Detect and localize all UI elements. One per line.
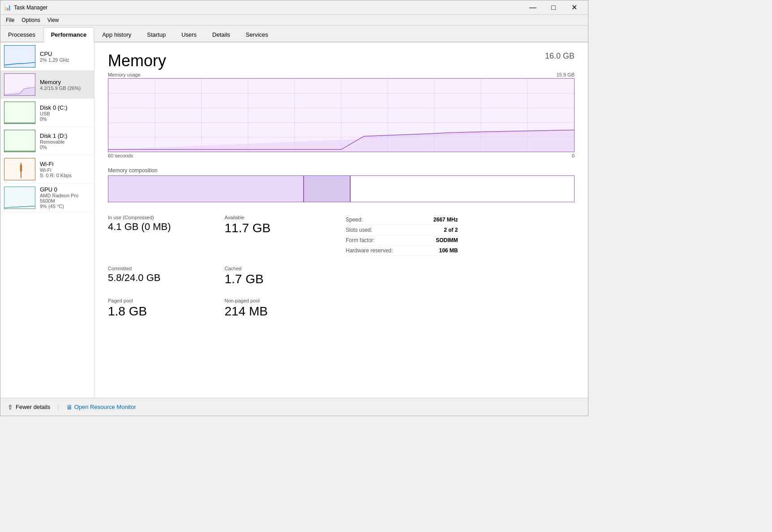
- cpu-thumbnail: [4, 45, 35, 68]
- available-label: Available: [225, 215, 342, 220]
- maximize-button[interactable]: □: [543, 0, 564, 15]
- disk1-sub1: Removable: [40, 139, 90, 145]
- slots-row: Slots used: 2 of 2: [346, 225, 458, 235]
- main-total: 16.0 GB: [545, 51, 575, 61]
- form-row: Form factor: SODIMM: [346, 235, 458, 246]
- chart-usage-label: Memory usage: [108, 72, 141, 77]
- stat-paged-pool: Paged pool 1.8 GB: [108, 294, 225, 322]
- svg-rect-3: [4, 130, 35, 152]
- composition-bar: [108, 175, 575, 202]
- cached-label: Cached: [225, 266, 342, 271]
- main-panel: Memory 16.0 GB Memory usage 15.9 GB: [94, 43, 588, 398]
- svg-rect-2: [4, 102, 35, 124]
- menu-options[interactable]: Options: [18, 16, 43, 24]
- tab-services[interactable]: Services: [238, 27, 276, 42]
- open-monitor-label: Open Resource Monitor: [74, 404, 136, 410]
- nonpaged-value: 214 MB: [225, 304, 342, 319]
- disk0-sub1: USB: [40, 111, 90, 116]
- tab-app-history[interactable]: App history: [94, 27, 139, 42]
- svg-rect-7: [4, 187, 35, 209]
- sidebar-item-disk1[interactable]: Disk 1 (D:) Removable 0%: [0, 127, 94, 155]
- stats-grid: In use (Compressed) 4.1 GB (0 MB) Availa…: [108, 211, 575, 260]
- disk1-name: Disk 1 (D:): [40, 132, 90, 139]
- fewer-details-button[interactable]: ⇧ Fewer details: [8, 404, 50, 411]
- cached-value: 1.7 GB: [225, 272, 342, 286]
- title-bar: 📊 Task Manager — □ ✕: [0, 0, 588, 15]
- tab-performance[interactable]: Performance: [43, 27, 94, 43]
- stat-speed: Speed: 2667 MHz Slots used: 2 of 2 Form …: [341, 211, 458, 260]
- committed-value: 5.8/24.0 GB: [108, 272, 225, 284]
- monitor-icon: 🖥: [66, 404, 73, 411]
- menu-bar: File Options View: [0, 15, 588, 26]
- sidebar-item-memory[interactable]: Memory 4.2/15.9 GB (26%): [0, 71, 94, 99]
- memory-sub: 4.2/15.9 GB (26%): [40, 85, 90, 91]
- disk0-info: Disk 0 (C:) USB 0%: [40, 104, 90, 122]
- paged-label: Paged pool: [108, 298, 225, 303]
- wifi-sub1: Wi-Fi: [40, 167, 90, 173]
- composition-label: Memory composition: [108, 167, 575, 174]
- menu-file[interactable]: File: [2, 16, 18, 24]
- cpu-info: CPU 2% 1.29 GHz: [40, 51, 90, 63]
- tab-processes[interactable]: Processes: [0, 27, 43, 42]
- menu-view[interactable]: View: [44, 16, 63, 24]
- sidebar-item-disk0[interactable]: Disk 0 (C:) USB 0%: [0, 99, 94, 127]
- tab-bar: Processes Performance App history Startu…: [0, 26, 588, 43]
- cpu-name: CPU: [40, 51, 90, 57]
- gpu-name: GPU 0: [40, 186, 90, 193]
- pool-row: Paged pool 1.8 GB Non-paged pool 214 MB: [108, 294, 575, 322]
- sidebar-item-wifi[interactable]: Wi-Fi Wi-Fi S: 0 R: 0 Kbps: [0, 155, 94, 183]
- memory-thumbnail: [4, 73, 35, 96]
- main-header: Memory 16.0 GB: [108, 51, 575, 70]
- form-label: Form factor:: [346, 237, 375, 243]
- speed-value: 2667 MHz: [433, 217, 458, 223]
- stat-committed: Committed 5.8/24.0 GB: [108, 262, 225, 290]
- close-button[interactable]: ✕: [564, 0, 584, 15]
- stat-in-use: In use (Compressed) 4.1 GB (0 MB): [108, 211, 225, 260]
- memory-composition-section: Memory composition: [108, 167, 575, 202]
- chart-label-row: Memory usage 15.9 GB: [108, 72, 575, 77]
- minimize-button[interactable]: —: [523, 0, 543, 15]
- in-use-label: In use (Compressed): [108, 215, 225, 220]
- gpu-info: GPU 0 AMD Radeon Pro 5600M 9% (45 °C): [40, 186, 90, 209]
- main-title: Memory: [108, 51, 166, 70]
- comp-segment-in-use: [108, 176, 304, 202]
- open-resource-monitor-button[interactable]: 🖥 Open Resource Monitor: [66, 404, 136, 411]
- gpu-thumbnail: [4, 187, 35, 209]
- window-title: Task Manager: [14, 4, 523, 11]
- paged-value: 1.8 GB: [108, 304, 225, 319]
- committed-label: Committed: [108, 266, 225, 271]
- window-controls: — □ ✕: [523, 0, 584, 15]
- gpu-sub2: 9% (45 °C): [40, 204, 90, 209]
- form-value: SODIMM: [436, 237, 458, 243]
- tab-startup[interactable]: Startup: [139, 27, 173, 42]
- memory-name: Memory: [40, 79, 90, 85]
- hw-value: 106 MB: [439, 247, 458, 254]
- disk0-thumbnail: [4, 102, 35, 124]
- comp-segment-available: [351, 176, 574, 202]
- chart-usage-value: 15.9 GB: [557, 72, 575, 77]
- sidebar-item-cpu[interactable]: CPU 2% 1.29 GHz: [0, 43, 94, 71]
- cpu-sub: 2% 1.29 GHz: [40, 57, 90, 63]
- hw-row: Hardware reserved: 106 MB: [346, 246, 458, 256]
- main-content: CPU 2% 1.29 GHz Memory 4.2/15.9 GB (26%): [0, 43, 588, 398]
- wifi-sub2: S: 0 R: 0 Kbps: [40, 173, 90, 178]
- sidebar-item-gpu[interactable]: GPU 0 AMD Radeon Pro 5600M 9% (45 °C): [0, 183, 94, 212]
- tab-details[interactable]: Details: [205, 27, 238, 42]
- wifi-thumbnail: [4, 158, 35, 180]
- comp-segment-modified: [304, 176, 351, 202]
- gpu-sub1: AMD Radeon Pro 5600M: [40, 193, 90, 204]
- svg-rect-4: [4, 158, 35, 180]
- disk1-thumbnail: [4, 130, 35, 152]
- stat-cached: Cached 1.7 GB: [225, 262, 342, 290]
- hw-label: Hardware reserved:: [346, 247, 393, 254]
- speed-row: Speed: 2667 MHz: [346, 215, 458, 225]
- slots-label: Slots used:: [346, 227, 372, 233]
- speed-label: Speed:: [346, 217, 363, 223]
- tab-users[interactable]: Users: [174, 27, 204, 42]
- status-bar: ⇧ Fewer details | 🖥 Open Resource Monito…: [0, 398, 588, 416]
- stat-available: Available 11.7 GB: [225, 211, 342, 260]
- chart-time-labels: 60 seconds 0: [108, 153, 575, 158]
- disk1-sub2: 0%: [40, 145, 90, 150]
- stats-row2: Committed 5.8/24.0 GB Cached 1.7 GB: [108, 262, 575, 290]
- slots-value: 2 of 2: [444, 227, 458, 233]
